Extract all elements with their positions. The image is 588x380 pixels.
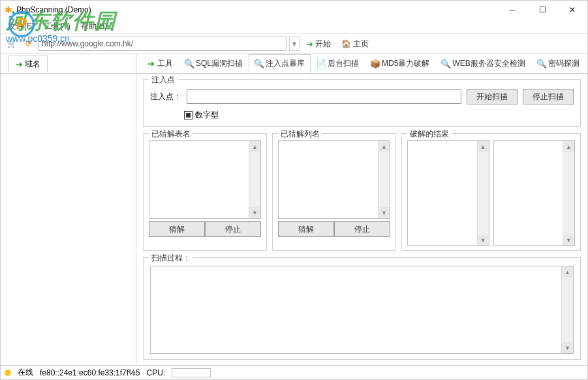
minimize-button[interactable]: ─ xyxy=(497,1,527,19)
columns-legend: 已猜解列名 xyxy=(278,129,322,140)
start-scan-button[interactable]: 开始扫描 xyxy=(467,89,518,104)
injection-input[interactable] xyxy=(187,89,461,104)
start-button[interactable]: ➔ 开始 xyxy=(302,37,335,51)
tab-tool-label: 工具 xyxy=(157,58,173,69)
domain-tab[interactable]: ➔ 域名 xyxy=(8,55,48,72)
home-icon: 🏠 xyxy=(341,39,351,48)
status-cpu: CPU: xyxy=(146,368,165,377)
menu-help[interactable]: 帮助(H) xyxy=(77,20,112,33)
window-controls: ─ ☐ ✕ xyxy=(497,1,587,19)
menu-file[interactable]: 文件(F) xyxy=(5,20,38,33)
scroll-down-icon[interactable]: ▼ xyxy=(249,207,260,218)
tab-tool[interactable]: ➔工具 xyxy=(140,54,179,73)
box-icon: 📦 xyxy=(371,59,380,69)
magnify-icon: 🔍 xyxy=(185,59,194,69)
tab-md5[interactable]: 📦MD5暴力破解 xyxy=(365,54,435,73)
tab-backend-label: 后台扫描 xyxy=(328,58,359,69)
start-label: 开始 xyxy=(315,39,331,50)
menu-tools[interactable]: 工具(T) xyxy=(40,20,74,33)
toolbar: 🛒 ⟳ ▾ ➔ 开始 🏠 主页 xyxy=(1,33,587,54)
statusbar: 在线 fe80::24e1:ec60:fe33:1f7f%5 CPU: xyxy=(1,365,587,379)
stop-scan-button[interactable]: 停止扫描 xyxy=(523,89,574,104)
scroll-down-icon[interactable]: ▼ xyxy=(562,342,573,353)
magnify-icon: 🔍 xyxy=(255,59,264,69)
right-panel: ➔工具 🔍SQL漏洞扫描 🔍注入点暴库 📄后台扫描 📦MD5暴力破解 🔍WEB服… xyxy=(136,54,587,365)
cart-icon[interactable]: 🛒 xyxy=(5,37,19,51)
home-label: 主页 xyxy=(353,39,369,50)
tab-webserver-label: WEB服务器安全检测 xyxy=(452,58,525,69)
tabbar: ➔工具 🔍SQL漏洞扫描 🔍注入点暴库 📄后台扫描 📦MD5暴力破解 🔍WEB服… xyxy=(136,54,587,74)
tab-backend[interactable]: 📄后台扫描 xyxy=(311,54,365,73)
columns-group: 已猜解列名 ▲ ▼ 猜解 停止 xyxy=(272,133,396,251)
results-list-a[interactable]: ▲ ▼ xyxy=(407,140,489,246)
scroll-down-icon[interactable]: ▼ xyxy=(478,234,489,245)
columns-guess-button[interactable]: 猜解 xyxy=(278,221,334,237)
arrow-icon: ➔ xyxy=(146,59,155,69)
injection-fieldset: 注入点 注入点： 开始扫描 停止扫描 数字型 xyxy=(143,79,581,127)
tab-webserver[interactable]: 🔍WEB服务器安全检测 xyxy=(435,54,531,73)
left-tabbar: ➔ 域名 xyxy=(1,54,136,74)
numeric-checkbox[interactable] xyxy=(184,111,193,119)
columns-list[interactable]: ▲ ▼ xyxy=(278,140,390,219)
scroll-down-icon[interactable]: ▼ xyxy=(379,207,390,218)
tab-injection-label: 注入点暴库 xyxy=(266,58,305,69)
results-list-b[interactable]: ▲ ▼ xyxy=(493,140,576,246)
status-ip: fe80::24e1:ec60:fe33:1f7f%5 xyxy=(40,368,140,377)
titlebar: ✱ PhpScanning.(Demo) ─ ☐ ✕ xyxy=(1,1,587,19)
url-dropdown-icon[interactable]: ▾ xyxy=(289,37,300,51)
home-button[interactable]: 🏠 主页 xyxy=(337,37,373,51)
results-group: 破解的结果 ▲ ▼ ▲ ▼ xyxy=(401,133,581,251)
domain-list[interactable] xyxy=(1,74,136,365)
refresh-icon[interactable]: ⟳ xyxy=(22,37,36,51)
columns-stop-button[interactable]: 停止 xyxy=(334,221,390,237)
injection-label: 注入点： xyxy=(150,91,181,103)
tables-group: 已猜解表名 ▲ ▼ 猜解 停止 xyxy=(143,133,267,251)
tables-guess-button[interactable]: 猜解 xyxy=(149,221,205,237)
url-input[interactable] xyxy=(39,37,286,51)
tab-sql[interactable]: 🔍SQL漏洞扫描 xyxy=(179,54,249,73)
magnify-icon: 🔍 xyxy=(441,59,450,69)
columns-fieldset: 已猜解列名 ▲ ▼ 猜解 停止 xyxy=(272,133,396,251)
scroll-up-icon[interactable]: ▲ xyxy=(379,141,390,152)
left-panel: ➔ 域名 xyxy=(1,54,136,365)
tables-fieldset: 已猜解表名 ▲ ▼ 猜解 停止 xyxy=(143,133,267,251)
process-legend: 扫描过程： xyxy=(149,253,193,264)
window-title: PhpScanning.(Demo) xyxy=(16,5,91,14)
numeric-label: 数字型 xyxy=(195,110,219,121)
tab-password-label: 密码探测 xyxy=(548,58,580,69)
main-body: ➔ 域名 ➔工具 🔍SQL漏洞扫描 🔍注入点暴库 📄后台扫描 📦MD5暴力破解 … xyxy=(1,54,587,365)
scroll-up-icon[interactable]: ▲ xyxy=(478,141,489,152)
tab-injection[interactable]: 🔍注入点暴库 xyxy=(249,54,311,73)
tab-content: 注入点 注入点： 开始扫描 停止扫描 数字型 已猜解表名 xyxy=(136,74,587,365)
tables-legend: 已猜解表名 xyxy=(149,129,193,140)
crack-columns: 已猜解表名 ▲ ▼ 猜解 停止 已猜解列名 xyxy=(143,133,581,251)
close-button[interactable]: ✕ xyxy=(557,1,587,19)
scroll-up-icon[interactable]: ▲ xyxy=(562,266,573,277)
tables-stop-button[interactable]: 停止 xyxy=(205,221,261,237)
process-output[interactable]: ▲ ▼ xyxy=(150,266,574,354)
domain-tab-label: 域名 xyxy=(25,59,40,70)
tables-list[interactable]: ▲ ▼ xyxy=(149,140,261,219)
app-icon: ✱ xyxy=(5,5,12,15)
tab-md5-label: MD5暴力破解 xyxy=(382,58,429,69)
injection-legend: 注入点 xyxy=(149,74,178,86)
arrow-icon: ➔ xyxy=(16,59,23,69)
status-dot-icon xyxy=(5,370,11,376)
results-legend: 破解的结果 xyxy=(407,129,452,140)
scroll-up-icon[interactable]: ▲ xyxy=(249,141,260,152)
tab-password[interactable]: 🔍密码探测 xyxy=(531,54,585,73)
scroll-down-icon[interactable]: ▼ xyxy=(563,234,574,245)
status-online: 在线 xyxy=(18,367,33,378)
play-icon: ➔ xyxy=(306,39,313,49)
scroll-up-icon[interactable]: ▲ xyxy=(563,141,574,152)
process-fieldset: 扫描过程： ▲ ▼ xyxy=(143,257,581,360)
menubar: 文件(F) 工具(T) 帮助(H) xyxy=(1,19,587,33)
cpu-progress xyxy=(172,368,211,377)
maximize-button[interactable]: ☐ xyxy=(527,1,557,19)
doc-icon: 📄 xyxy=(317,59,326,69)
results-fieldset: 破解的结果 ▲ ▼ ▲ ▼ xyxy=(401,133,581,251)
magnify-icon: 🔍 xyxy=(537,59,546,69)
tab-sql-label: SQL漏洞扫描 xyxy=(196,58,243,69)
